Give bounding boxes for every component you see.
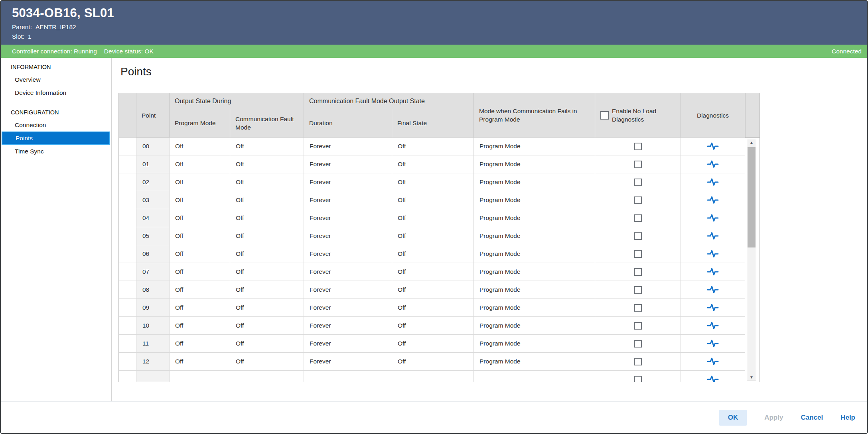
final-state-cell[interactable]: Off	[392, 173, 474, 191]
duration-cell[interactable]	[304, 371, 392, 382]
comm-fault-mode-cell[interactable]: Off	[230, 155, 304, 173]
duration-cell[interactable]: Forever	[304, 191, 392, 209]
ok-button[interactable]: OK	[719, 410, 747, 426]
duration-cell[interactable]: Forever	[304, 263, 392, 281]
mode-when-cell[interactable]: Program Mode	[474, 245, 595, 263]
scroll-up-arrow-icon[interactable]: ▲	[747, 139, 756, 146]
row-selector-cell[interactable]	[119, 155, 136, 173]
row-selector-cell[interactable]	[119, 263, 136, 281]
row-selector-cell[interactable]	[119, 335, 136, 353]
final-state-cell[interactable]: Off	[392, 155, 474, 173]
program-mode-cell[interactable]: Off	[170, 317, 230, 335]
diagnostics-pulse-icon[interactable]	[707, 357, 719, 366]
comm-fault-mode-cell[interactable]: Off	[230, 191, 304, 209]
program-mode-cell[interactable]	[170, 371, 230, 382]
comm-fault-mode-cell[interactable]: Off	[230, 227, 304, 245]
mode-when-cell[interactable]	[474, 371, 595, 382]
comm-fault-mode-cell[interactable]: Off	[230, 263, 304, 281]
no-load-checkbox[interactable]	[634, 196, 642, 204]
comm-fault-mode-cell[interactable]: Off	[230, 173, 304, 191]
no-load-checkbox[interactable]	[634, 340, 642, 348]
no-load-checkbox[interactable]	[634, 232, 642, 240]
row-selector-cell[interactable]	[119, 317, 136, 335]
comm-fault-mode-cell[interactable]: Off	[230, 317, 304, 335]
comm-fault-mode-cell[interactable]: Off	[230, 335, 304, 353]
program-mode-cell[interactable]: Off	[170, 191, 230, 209]
diagnostics-pulse-icon[interactable]	[707, 375, 719, 382]
diagnostics-pulse-icon[interactable]	[707, 321, 719, 330]
final-state-cell[interactable]: Off	[392, 191, 474, 209]
mode-when-cell[interactable]: Program Mode	[474, 281, 595, 299]
program-mode-cell[interactable]: Off	[170, 281, 230, 299]
final-state-cell[interactable]: Off	[392, 317, 474, 335]
program-mode-cell[interactable]: Off	[170, 227, 230, 245]
diagnostics-pulse-icon[interactable]	[707, 141, 719, 151]
no-load-checkbox[interactable]	[634, 358, 642, 365]
comm-fault-mode-cell[interactable]: Off	[230, 353, 304, 371]
row-selector-cell[interactable]	[119, 173, 136, 191]
diagnostics-pulse-icon[interactable]	[707, 249, 719, 259]
duration-cell[interactable]: Forever	[304, 137, 392, 155]
row-selector-cell[interactable]	[119, 227, 136, 245]
mode-when-cell[interactable]: Program Mode	[474, 263, 595, 281]
duration-cell[interactable]: Forever	[304, 173, 392, 191]
program-mode-cell[interactable]: Off	[170, 245, 230, 263]
program-mode-cell[interactable]: Off	[170, 209, 230, 227]
final-state-cell[interactable]	[392, 371, 474, 382]
no-load-checkbox[interactable]	[634, 304, 642, 312]
final-state-cell[interactable]: Off	[392, 209, 474, 227]
sidebar-item-overview[interactable]: Overview	[1, 73, 111, 86]
cancel-button[interactable]: Cancel	[801, 414, 823, 422]
duration-cell[interactable]: Forever	[304, 209, 392, 227]
mode-when-cell[interactable]: Program Mode	[474, 317, 595, 335]
final-state-cell[interactable]: Off	[392, 335, 474, 353]
vertical-scrollbar[interactable]: ▲ ▼	[747, 139, 756, 381]
diagnostics-pulse-icon[interactable]	[707, 303, 719, 312]
sidebar-item-device-information[interactable]: Device Information	[1, 86, 111, 99]
no-load-checkbox[interactable]	[634, 214, 642, 222]
row-selector-cell[interactable]	[119, 353, 136, 371]
comm-fault-mode-cell[interactable]: Off	[230, 137, 304, 155]
no-load-checkbox[interactable]	[634, 179, 642, 186]
no-load-checkbox[interactable]	[634, 286, 642, 294]
final-state-cell[interactable]: Off	[392, 281, 474, 299]
duration-cell[interactable]: Forever	[304, 299, 392, 317]
mode-when-cell[interactable]: Program Mode	[474, 137, 595, 155]
duration-cell[interactable]: Forever	[304, 317, 392, 335]
duration-cell[interactable]: Forever	[304, 353, 392, 371]
diagnostics-pulse-icon[interactable]	[707, 213, 719, 223]
final-state-cell[interactable]: Off	[392, 353, 474, 371]
no-load-checkbox[interactable]	[634, 376, 642, 382]
diagnostics-pulse-icon[interactable]	[707, 177, 719, 187]
comm-fault-mode-cell[interactable]: Off	[230, 299, 304, 317]
program-mode-cell[interactable]: Off	[170, 173, 230, 191]
program-mode-cell[interactable]: Off	[170, 155, 230, 173]
diagnostics-pulse-icon[interactable]	[707, 339, 719, 348]
sidebar-item-points[interactable]: Points	[2, 132, 110, 145]
program-mode-cell[interactable]: Off	[170, 299, 230, 317]
diagnostics-pulse-icon[interactable]	[707, 285, 719, 295]
diagnostics-pulse-icon[interactable]	[707, 231, 719, 241]
program-mode-cell[interactable]: Off	[170, 335, 230, 353]
mode-when-cell[interactable]: Program Mode	[474, 173, 595, 191]
duration-cell[interactable]: Forever	[304, 335, 392, 353]
duration-cell[interactable]: Forever	[304, 245, 392, 263]
program-mode-cell[interactable]: Off	[170, 353, 230, 371]
mode-when-cell[interactable]: Program Mode	[474, 191, 595, 209]
mode-when-cell[interactable]: Program Mode	[474, 299, 595, 317]
row-selector-cell[interactable]	[119, 209, 136, 227]
diagnostics-pulse-icon[interactable]	[707, 159, 719, 169]
sidebar-item-connection[interactable]: Connection	[1, 118, 111, 132]
diagnostics-pulse-icon[interactable]	[707, 195, 719, 205]
diagnostics-pulse-icon[interactable]	[707, 267, 719, 277]
duration-cell[interactable]: Forever	[304, 227, 392, 245]
final-state-cell[interactable]: Off	[392, 227, 474, 245]
program-mode-cell[interactable]: Off	[170, 137, 230, 155]
no-load-checkbox[interactable]	[634, 322, 642, 330]
row-selector-cell[interactable]	[119, 299, 136, 317]
final-state-cell[interactable]: Off	[392, 263, 474, 281]
program-mode-cell[interactable]: Off	[170, 263, 230, 281]
comm-fault-mode-cell[interactable]	[230, 371, 304, 382]
sidebar-item-time-sync[interactable]: Time Sync	[1, 145, 111, 158]
mode-when-cell[interactable]: Program Mode	[474, 353, 595, 371]
